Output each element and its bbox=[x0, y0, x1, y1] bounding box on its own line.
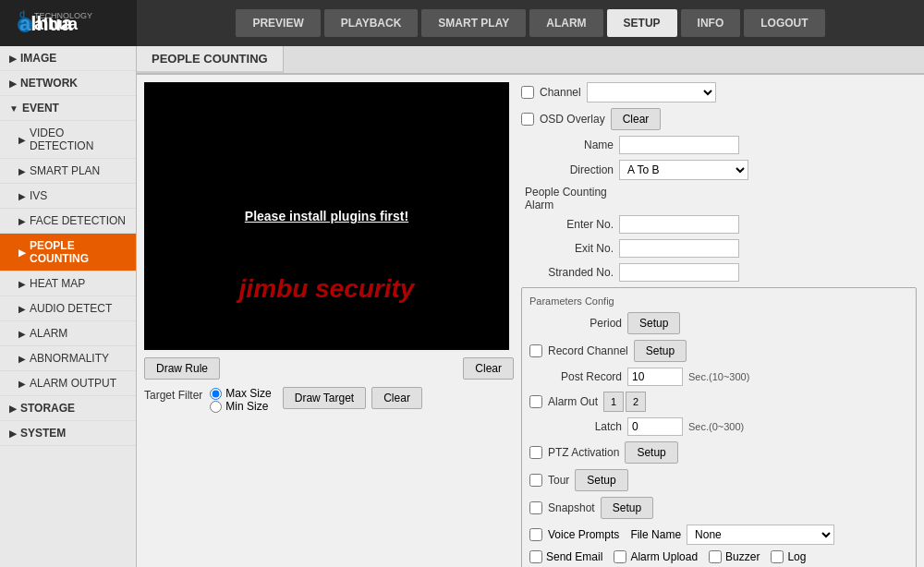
sidebar-item-ivs[interactable]: ▶ IVS bbox=[0, 184, 136, 209]
alarm-out-1-button[interactable]: 1 bbox=[603, 392, 624, 412]
sidebar: ▶ IMAGE ▶ NETWORK ▼ EVENT ▶ VIDEO DETECT… bbox=[0, 46, 137, 567]
voice-prompts-label: Voice Prompts bbox=[548, 528, 619, 541]
video-panel: Please install plugins first! jimbu secu… bbox=[144, 82, 514, 567]
record-channel-setup-button[interactable]: Setup bbox=[634, 340, 687, 362]
channel-checkbox[interactable] bbox=[521, 86, 534, 99]
stranded-no-label: Stranded No. bbox=[521, 266, 614, 279]
alarm-out-checkbox[interactable] bbox=[529, 395, 542, 408]
min-size-label: Min Size bbox=[225, 400, 268, 413]
sidebar-item-video-detection[interactable]: ▶ VIDEO DETECTION bbox=[0, 121, 136, 159]
target-filter-options: Max Size Min Size bbox=[210, 387, 271, 413]
draw-rule-button[interactable]: Draw Rule bbox=[144, 357, 220, 380]
ptz-setup-button[interactable]: Setup bbox=[625, 441, 677, 464]
tab-preview[interactable]: PREVIEW bbox=[236, 9, 320, 37]
people-counting-alarm-label: People Counting Alarm bbox=[521, 186, 917, 211]
channel-select[interactable] bbox=[587, 82, 716, 103]
alarm-upload-item: Alarm Upload bbox=[614, 550, 698, 563]
arrow-icon: ▶ bbox=[18, 135, 26, 145]
params-config-section: Parameters Config Period Setup Record Ch… bbox=[521, 287, 917, 567]
direction-select[interactable]: A To B bbox=[619, 160, 748, 180]
clear2-button[interactable]: Clear bbox=[371, 387, 422, 409]
tab-setup[interactable]: SETUP bbox=[607, 9, 677, 37]
tab-info[interactable]: INFO bbox=[681, 9, 741, 37]
tab-playback[interactable]: PLAYBACK bbox=[324, 9, 419, 37]
video-controls: Draw Rule Clear bbox=[144, 357, 514, 380]
send-email-row: Send Email Alarm Upload Buzzer Log bbox=[529, 550, 908, 563]
sidebar-item-face-detection[interactable]: ▶ FACE DETECTION bbox=[0, 209, 136, 234]
name-input[interactable] bbox=[619, 136, 739, 154]
video-box: Please install plugins first! jimbu secu… bbox=[144, 82, 509, 350]
sidebar-item-people-counting[interactable]: ▶ PEOPLE COUNTING bbox=[0, 234, 136, 271]
record-channel-checkbox[interactable] bbox=[529, 344, 542, 357]
ptz-checkbox[interactable] bbox=[529, 446, 542, 459]
exit-no-input[interactable] bbox=[619, 239, 739, 258]
file-name-select[interactable]: None bbox=[687, 525, 834, 545]
tab-logout[interactable]: LOGOUT bbox=[744, 9, 824, 37]
sidebar-item-system[interactable]: ▶ SYSTEM bbox=[0, 421, 136, 446]
log-checkbox[interactable] bbox=[771, 550, 784, 563]
send-email-checkbox[interactable] bbox=[529, 550, 542, 563]
arrow-icon: ▶ bbox=[18, 354, 26, 364]
arrow-icon: ▶ bbox=[9, 404, 17, 414]
arrow-icon: ▶ bbox=[18, 279, 26, 289]
latch-label: Latch bbox=[529, 420, 622, 433]
clear1-button[interactable]: Clear bbox=[463, 357, 514, 380]
buzzer-checkbox[interactable] bbox=[709, 550, 722, 563]
right-panel: Channel OSD Overlay Clear Name bbox=[521, 82, 917, 567]
sidebar-item-audio-detect[interactable]: ▶ AUDIO DETECT bbox=[0, 296, 136, 321]
main-layout: ▶ IMAGE ▶ NETWORK ▼ EVENT ▶ VIDEO DETECT… bbox=[0, 46, 924, 567]
tour-checkbox[interactable] bbox=[529, 474, 542, 487]
alarm-upload-label: Alarm Upload bbox=[630, 550, 698, 563]
voice-prompts-row: Voice Prompts File Name None bbox=[529, 525, 908, 545]
sidebar-item-alarm[interactable]: ▶ ALARM bbox=[0, 321, 136, 346]
snapshot-setup-button[interactable]: Setup bbox=[601, 497, 653, 519]
period-row: Period Setup bbox=[529, 312, 908, 334]
draw-target-button[interactable]: Draw Target bbox=[283, 387, 366, 409]
record-channel-label: Record Channel bbox=[548, 344, 628, 357]
enter-no-label: Enter No. bbox=[521, 218, 614, 231]
buzzer-label: Buzzer bbox=[725, 550, 760, 563]
exit-no-label: Exit No. bbox=[521, 242, 614, 255]
content-area: PEOPLE COUNTING Please install plugins f… bbox=[137, 46, 924, 567]
min-size-row: Min Size bbox=[210, 400, 271, 413]
latch-input[interactable] bbox=[627, 417, 683, 436]
sidebar-item-storage[interactable]: ▶ STORAGE bbox=[0, 396, 136, 421]
enter-no-input[interactable] bbox=[619, 215, 739, 234]
tour-setup-button[interactable]: Setup bbox=[575, 469, 627, 491]
sidebar-item-network[interactable]: ▶ NETWORK bbox=[0, 71, 136, 96]
snapshot-checkbox[interactable] bbox=[529, 501, 542, 514]
tab-alarm[interactable]: ALARM bbox=[529, 9, 602, 37]
sidebar-item-heat-map[interactable]: ▶ HEAT MAP bbox=[0, 271, 136, 296]
sidebar-item-image[interactable]: ▶ IMAGE bbox=[0, 46, 136, 71]
osd-clear-button[interactable]: Clear bbox=[611, 108, 662, 130]
sidebar-item-smart-plan[interactable]: ▶ SMART PLAN bbox=[0, 159, 136, 184]
arrow-icon: ▶ bbox=[18, 191, 26, 201]
tab-smart-play[interactable]: SMART PLAY bbox=[421, 9, 526, 37]
osd-checkbox[interactable] bbox=[521, 113, 534, 126]
alarm-out-2-button[interactable]: 2 bbox=[626, 392, 646, 412]
dahua-logo: alhua d alhua TECHNOLOGY bbox=[18, 6, 119, 40]
period-label: Period bbox=[529, 317, 622, 330]
arrow-icon: ▶ bbox=[18, 166, 26, 176]
arrow-icon: ▶ bbox=[18, 247, 26, 258]
log-item: Log bbox=[771, 550, 806, 563]
period-setup-button[interactable]: Setup bbox=[627, 312, 680, 334]
voice-prompts-checkbox[interactable] bbox=[529, 528, 542, 541]
snapshot-label: Snapshot bbox=[548, 501, 595, 514]
post-record-input[interactable] bbox=[627, 368, 683, 386]
stranded-no-input[interactable] bbox=[619, 263, 739, 282]
max-size-radio[interactable] bbox=[210, 388, 222, 400]
sidebar-item-alarm-output[interactable]: ▶ ALARM OUTPUT bbox=[0, 371, 136, 396]
sidebar-item-abnormality[interactable]: ▶ ABNORMALITY bbox=[0, 346, 136, 371]
alarm-upload-checkbox[interactable] bbox=[614, 550, 626, 563]
sidebar-item-event[interactable]: ▼ EVENT bbox=[0, 96, 136, 121]
post-record-label: Post Record bbox=[529, 370, 622, 383]
params-config-title: Parameters Config bbox=[529, 296, 908, 307]
tour-label: Tour bbox=[548, 474, 569, 487]
max-size-label: Max Size bbox=[225, 387, 271, 400]
min-size-radio[interactable] bbox=[210, 401, 222, 413]
page-title: PEOPLE COUNTING bbox=[137, 46, 284, 73]
snapshot-row: Snapshot Setup bbox=[529, 497, 908, 519]
page-tab-bar: PEOPLE COUNTING bbox=[137, 46, 924, 75]
watermark-text: jimbu security bbox=[239, 274, 415, 304]
